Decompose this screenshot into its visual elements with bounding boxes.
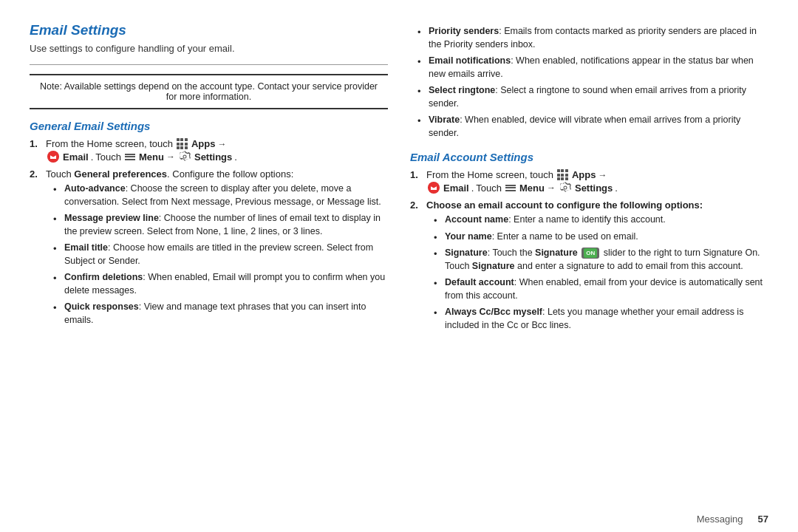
account-step-2: 2. Choose an email account to configure …: [410, 200, 768, 335]
divider: [30, 64, 388, 65]
settings-icon: [179, 151, 191, 163]
footer-page: 57: [758, 514, 768, 525]
bullet-default-account: • Default account: When enabled, email f…: [434, 276, 768, 302]
bullet-email-notifications: • Email notifications: When enabled, not…: [417, 55, 768, 81]
settings-label: Settings: [194, 151, 232, 163]
bullet-confirm-deletions: • Confirm deletions: When enabled, Email…: [53, 271, 388, 297]
arrow-2: →: [166, 151, 175, 162]
bullet-list-right-top: • Priority senders: Emails from contacts…: [417, 25, 768, 143]
step-1-line2: Email. Touch Menu → Settings.: [46, 151, 388, 163]
account-menu-label: Menu: [519, 183, 545, 194]
account-step-1: 1. From the Home screen, touch Apps → Em…: [410, 169, 768, 195]
bullet-list-left: • Auto-advance: Choose the screen to dis…: [53, 183, 388, 327]
account-menu-icon: [505, 185, 516, 191]
bullet-signature: • Signature: Touch the Signature ON slid…: [434, 247, 768, 273]
step-1-prefix: From the Home screen, touch: [46, 138, 173, 149]
bullet-select-ringtone: • Select ringtone: Select a ringtone to …: [417, 84, 768, 110]
note-box: Note: Available settings depend on the a…: [30, 74, 388, 109]
general-email-settings-title: General Email Settings: [30, 120, 388, 132]
step-2-content: Touch General preferences. Configure the…: [46, 168, 388, 330]
footer-section: Messaging: [697, 514, 743, 525]
account-email-icon: [428, 182, 440, 194]
note-label: Note:: [40, 81, 62, 92]
bullet-message-preview: • Message preview line: Choose the numbe…: [53, 212, 388, 238]
bullet-quick-responses: • Quick responses: View and manage text …: [53, 301, 388, 327]
note-text: Available settings depend on the account…: [64, 81, 378, 102]
slider-badge: ON: [582, 248, 599, 259]
on-label: ON: [584, 248, 597, 258]
account-step-2-num: 2.: [410, 200, 422, 335]
account-settings-label: Settings: [575, 183, 613, 194]
account-step-1-prefix: From the Home screen, touch: [426, 169, 553, 180]
footer: Messaging 57: [0, 506, 798, 532]
bullet-your-name: • Your name: Enter a name to be used on …: [434, 231, 768, 244]
step-1-line1: From the Home screen, touch Apps →: [46, 138, 388, 149]
arrow-1: →: [217, 139, 226, 149]
left-column: Email Settings Use settings to configure…: [30, 22, 388, 491]
account-step-1-content: From the Home screen, touch Apps → Email…: [426, 169, 768, 195]
step-1-content: From the Home screen, touch Apps → Email…: [46, 138, 388, 164]
account-arrow-1: →: [598, 170, 607, 180]
account-step-1-line1: From the Home screen, touch Apps →: [426, 169, 768, 180]
menu-icon: [125, 154, 135, 160]
menu-label: Menu: [139, 151, 164, 163]
bullet-priority-senders: • Priority senders: Emails from contacts…: [417, 25, 768, 51]
account-touch-label: Touch: [476, 183, 502, 194]
email-label: Email: [63, 151, 89, 163]
step-1-num: 1.: [30, 138, 41, 164]
account-step-2-text: Choose an email account to configure the…: [426, 200, 768, 211]
touch-label: Touch: [95, 151, 121, 163]
bullet-account-name: • Account name: Enter a name to identify…: [434, 214, 768, 227]
intro-text: Use settings to configure handling of yo…: [30, 43, 388, 54]
step-2-text: Touch General preferences. Configure the…: [46, 168, 388, 180]
email-icon: [47, 151, 59, 163]
bullet-always-cc-bcc: • Always Cc/Bcc myself: Lets you manage …: [434, 306, 768, 332]
account-step-2-content: Choose an email account to configure the…: [426, 200, 768, 335]
step-2: 2. Touch General preferences. Configure …: [30, 168, 388, 330]
account-apps-label: Apps: [572, 169, 596, 180]
step-1: 1. From the Home screen, touch Apps → Em…: [30, 138, 388, 164]
bullet-list-account: • Account name: Enter a name to identify…: [434, 214, 768, 332]
account-arrow-2: →: [547, 183, 556, 193]
right-column: • Priority senders: Emails from contacts…: [410, 22, 768, 491]
apps-icon: [177, 138, 188, 149]
account-step-1-num: 1.: [410, 169, 422, 195]
step-2-num: 2.: [30, 168, 41, 330]
account-settings-icon: [559, 182, 571, 194]
account-email-label: Email: [443, 183, 469, 194]
bullet-auto-advance: • Auto-advance: Choose the screen to dis…: [53, 183, 388, 208]
account-step-1-line2: Email. Touch Menu → Settings.: [426, 182, 768, 194]
apps-label: Apps: [191, 138, 216, 149]
bullet-email-title: • Email title: Choose how emails are tit…: [53, 242, 388, 267]
page-title: Email Settings: [30, 22, 388, 38]
email-account-settings-title: Email Account Settings: [410, 151, 768, 163]
bullet-vibrate: • Vibrate: When enabled, device will vib…: [417, 114, 768, 140]
account-apps-icon: [557, 169, 568, 180]
